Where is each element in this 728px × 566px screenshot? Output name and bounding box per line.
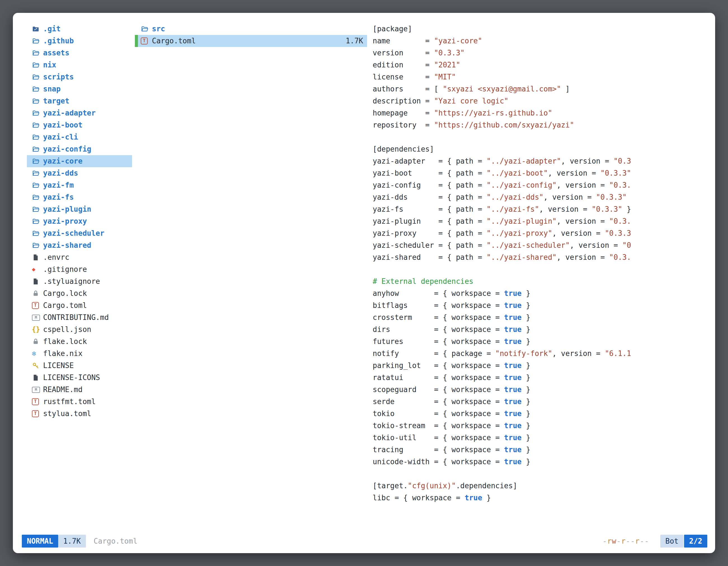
- item-label: LICENSE: [43, 360, 74, 372]
- dir-item-yazi-adapter[interactable]: yazi-adapter: [27, 107, 132, 119]
- dir-item-snap[interactable]: snap: [27, 83, 132, 95]
- toml-icon: T: [32, 410, 43, 417]
- folder-icon: [32, 109, 43, 117]
- dir-item-assets[interactable]: assets: [27, 47, 132, 59]
- dir-item-src[interactable]: src: [135, 23, 367, 35]
- preview-line: tokio-stream = { workspace = true }: [373, 420, 707, 432]
- folder-icon: [32, 182, 43, 189]
- dir-item-yazi-cli[interactable]: yazi-cli: [27, 131, 132, 143]
- preview-line: license = "MIT": [373, 71, 707, 83]
- preview-line: repository = "https://github.com/sxyazi/…: [373, 119, 707, 131]
- license-icon: [32, 362, 43, 369]
- dir-item-yazi-boot[interactable]: yazi-boot: [27, 119, 132, 131]
- preview-line: libc = { workspace = true }: [373, 492, 707, 504]
- folder-icon: [32, 133, 43, 141]
- item-size: 1.7K: [346, 35, 367, 47]
- dir-item-.github[interactable]: .github: [27, 35, 132, 47]
- status-bar: NORMAL 1.7K Cargo.toml -rw-r--r-- Bot 2/…: [13, 534, 715, 553]
- gitignore-icon: ◆: [32, 264, 43, 276]
- dir-item-target[interactable]: target: [27, 95, 132, 107]
- preview-line: bitflags = { workspace = true }: [373, 299, 707, 311]
- file-item-flake.lock[interactable]: flake.lock: [27, 335, 132, 347]
- dir-item-yazi-core[interactable]: yazi-core: [27, 155, 132, 167]
- file-item-flake.nix[interactable]: ❄flake.nix: [27, 347, 132, 360]
- item-label: LICENSE-ICONS: [43, 372, 100, 384]
- dir-item-yazi-fm[interactable]: yazi-fm: [27, 179, 132, 191]
- item-label: stylua.toml: [43, 408, 91, 420]
- file-manager-window: .git.githubassetsnixscriptssnaptargetyaz…: [13, 13, 715, 553]
- folder-icon: [32, 194, 43, 201]
- preview-line: edition = "2021": [373, 59, 707, 71]
- preview-line: scopeguard = { workspace = true }: [373, 384, 707, 396]
- file-item-Cargo.toml[interactable]: TCargo.toml1.7K: [135, 35, 367, 47]
- dir-item-yazi-config[interactable]: yazi-config: [27, 143, 132, 155]
- preview-line: [373, 468, 707, 480]
- dir-item-yazi-dds[interactable]: yazi-dds: [27, 167, 132, 179]
- dir-item-.git[interactable]: .git: [27, 23, 132, 35]
- file-item-CONTRIBUTING.md[interactable]: MCONTRIBUTING.md: [27, 311, 132, 323]
- dir-item-yazi-proxy[interactable]: yazi-proxy: [27, 215, 132, 227]
- file-preview-pane[interactable]: [package]name = "yazi-core"version = "0.…: [373, 23, 707, 534]
- file-item-.styluaignore[interactable]: .styluaignore: [27, 276, 132, 287]
- item-label: .envrc: [43, 252, 69, 264]
- item-label: yazi-plugin: [43, 203, 91, 215]
- preview-line: [dependencies]: [373, 143, 707, 155]
- item-label: cspell.json: [43, 323, 91, 335]
- dir-item-nix[interactable]: nix: [27, 59, 132, 71]
- item-label: flake.nix: [43, 347, 83, 360]
- preview-line: description = "Yazi core logic": [373, 95, 707, 107]
- item-label: Cargo.toml: [152, 35, 196, 47]
- preview-line: [target."cfg(unix)".dependencies]: [373, 480, 707, 492]
- item-label: flake.lock: [43, 335, 87, 347]
- file-item-.gitignore[interactable]: ◆.gitignore: [27, 264, 132, 276]
- preview-line: crossterm = { workspace = true }: [373, 311, 707, 323]
- panes-container: .git.githubassetsnixscriptssnaptargetyaz…: [13, 23, 715, 534]
- item-label: .git: [43, 23, 61, 35]
- item-label: yazi-core: [43, 155, 83, 167]
- preview-line: tokio-util = { workspace = true }: [373, 432, 707, 444]
- preview-line: serde = { workspace = true }: [373, 396, 707, 408]
- item-label: yazi-dds: [43, 167, 78, 179]
- item-label: CONTRIBUTING.md: [43, 311, 109, 323]
- file-item-README.md[interactable]: MREADME.md: [27, 384, 132, 396]
- preview-line: tokio = { workspace = true }: [373, 408, 707, 420]
- file-item-stylua.toml[interactable]: Tstylua.toml: [27, 408, 132, 420]
- file-item-LICENSE-ICONS[interactable]: LICENSE-ICONS: [27, 372, 132, 384]
- toml-icon: T: [141, 37, 152, 44]
- json-icon: {}: [32, 323, 43, 335]
- md-icon: M: [32, 314, 43, 321]
- dir-item-yazi-fs[interactable]: yazi-fs: [27, 191, 132, 203]
- selection-marker: [135, 35, 138, 47]
- dir-item-scripts[interactable]: scripts: [27, 71, 132, 83]
- file-item-Cargo.lock[interactable]: Cargo.lock: [27, 287, 132, 299]
- file-item-rustfmt.toml[interactable]: Trustfmt.toml: [27, 396, 132, 408]
- folder-icon: [32, 121, 43, 129]
- preview-line: yazi-fs = { path = "../yazi-fs", version…: [373, 203, 707, 215]
- preview-line: name = "yazi-core": [373, 35, 707, 47]
- dir-item-yazi-shared[interactable]: yazi-shared: [27, 240, 132, 252]
- item-label: yazi-shared: [43, 240, 91, 252]
- dir-item-yazi-scheduler[interactable]: yazi-scheduler: [27, 227, 132, 240]
- file-icon: [32, 278, 43, 285]
- lock-icon: [32, 338, 43, 345]
- preview-line: dirs = { workspace = true }: [373, 323, 707, 335]
- preview-line: [package]: [373, 23, 707, 35]
- dir-item-yazi-plugin[interactable]: yazi-plugin: [27, 203, 132, 215]
- git-folder-icon: [32, 25, 43, 33]
- file-item-cspell.json[interactable]: {}cspell.json: [27, 323, 132, 335]
- folder-icon: [32, 97, 43, 105]
- item-label: .styluaignore: [43, 276, 100, 287]
- item-label: Cargo.lock: [43, 287, 87, 299]
- file-item-LICENSE[interactable]: LICENSE: [27, 360, 132, 372]
- current-directory-pane: srcTCargo.toml1.7K: [135, 23, 367, 534]
- folder-icon: [32, 85, 43, 93]
- folder-icon: [32, 61, 43, 69]
- file-item-Cargo.toml[interactable]: TCargo.toml: [27, 299, 132, 311]
- toml-icon: T: [32, 398, 43, 405]
- file-item-.envrc[interactable]: .envrc: [27, 252, 132, 264]
- folder-icon: [32, 170, 43, 177]
- folder-icon: [32, 49, 43, 57]
- folder-icon: [32, 230, 43, 237]
- folder-icon: [141, 25, 152, 33]
- lock-icon: [32, 290, 43, 297]
